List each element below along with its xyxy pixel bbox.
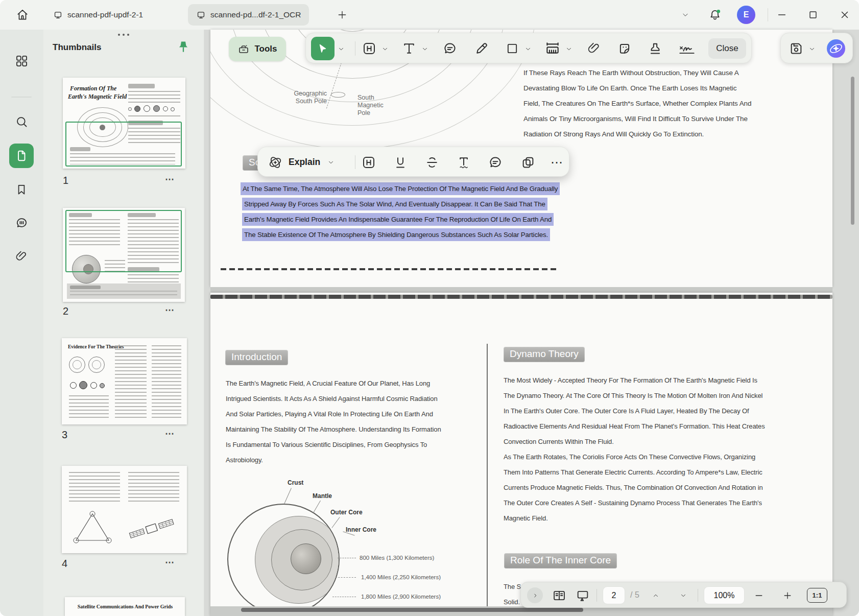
rail-attachments-button[interactable] [9,244,34,269]
save-floppy-icon [789,41,804,56]
save-expander[interactable] [807,44,817,54]
horizontal-scrollbar-thumb[interactable] [241,608,583,612]
presentation-button[interactable] [574,587,591,603]
thumbnail-page-4[interactable] [62,466,187,553]
select-tool-button[interactable] [311,37,335,60]
paperclip-icon [15,250,28,263]
bell-icon [708,8,722,21]
tools-button[interactable]: Tools [229,37,286,61]
pin-panel-button[interactable] [176,40,192,56]
measure-tool-expander[interactable] [564,44,574,54]
bookmark-icon [15,183,28,196]
highlight-action-button[interactable] [360,154,377,171]
measure-tool-button[interactable] [544,40,561,57]
pdf-page-2: Introduction The Earth's Magnetic Field,… [210,293,832,616]
rail-thumbnails-button[interactable] [9,144,34,168]
page-number-2: 2 [63,305,68,317]
collapse-toolbar-button[interactable] [674,5,697,25]
home-icon [16,8,29,21]
close-label: Close [716,43,738,54]
measurement-outer-core: 1,400 Miles (2,250 Kilometers) [361,574,441,580]
ai-assistant-button[interactable] [826,38,846,59]
highlight-tool-expander[interactable] [380,44,390,54]
ai-explain-button[interactable]: Explain [267,153,349,172]
more-icon: ⋯ [551,157,563,168]
strikethrough-action-button[interactable] [423,154,441,171]
new-tab-button[interactable] [331,5,353,25]
paperclip-icon [587,41,601,56]
presentation-icon [576,588,590,603]
tab-scanned-pdf[interactable]: scanned-pdf-updf-2-1 [45,4,151,26]
minimize-button[interactable] [771,5,793,25]
save-button[interactable] [788,40,804,57]
page-gap [210,287,832,293]
thumbnail-page-3[interactable]: Evidence For The Theories [62,338,187,424]
page-layout-button[interactable] [551,587,568,603]
zoom-in-button[interactable] [780,589,795,602]
notifications-button[interactable] [704,5,726,25]
main-toolbar: Close [305,33,752,63]
plus-icon [337,10,347,20]
geographic-south-pole-label: GeographicSouth Pole [271,90,327,105]
copy-action-button[interactable] [519,154,537,171]
rail-comments-button[interactable] [9,210,34,235]
maximize-button[interactable] [802,5,824,25]
close-icon [839,9,850,20]
close-editing-button[interactable]: Close [708,38,746,59]
page-number-input[interactable]: 2 [603,586,625,604]
rail-home-grid-button[interactable] [9,49,34,73]
panel-drag-handle[interactable] [118,34,129,36]
strikethrough-icon [424,155,440,170]
home-button[interactable] [11,5,34,25]
pencil-tool-button[interactable] [473,40,490,57]
avatar[interactable]: E [737,6,755,24]
comment-action-button[interactable] [487,154,504,171]
attach-tool-button[interactable] [586,40,602,57]
text-t-icon [401,41,417,56]
chevron-down-icon [338,45,345,53]
squiggly-action-button[interactable] [455,154,472,171]
underline-action-button[interactable] [392,154,409,171]
text-tool-expander[interactable] [420,44,430,54]
tab-scanned-pdf-ocr[interactable]: scanned-pd...df-2-1_OCR [188,4,309,26]
chevron-right-icon [532,592,539,599]
explain-label: Explain [289,157,320,168]
dynamo-paragraph: The Most Widely - Accepted Theory For Th… [504,373,765,526]
chevron-up-icon [652,592,659,599]
thumbnail-page-1[interactable]: Formation Of The Earth's Magnetic Field [63,78,185,169]
minimize-icon [776,9,788,20]
next-page-button[interactable] [676,589,690,602]
highlight-tool-button[interactable] [361,40,377,57]
thumbnail-4-menu[interactable]: ⋯ [165,557,175,568]
zoom-level-input[interactable]: 100% [704,586,745,604]
stamp-tool-button[interactable] [647,40,663,57]
previous-page-button[interactable] [649,589,663,602]
rail-search-button[interactable] [9,109,34,134]
dynamo-theory-badge: Dynamo Theory [504,347,585,362]
comment-tool-button[interactable] [442,40,458,57]
expand-bar-button[interactable] [527,587,543,603]
shape-tool-expander[interactable] [523,44,533,54]
zoom-out-button[interactable] [752,589,766,602]
thumbnail-page-2[interactable] [63,208,185,302]
shape-tool-button[interactable] [504,40,520,57]
actual-size-button[interactable]: 1:1 [807,588,827,603]
close-window-button[interactable] [833,5,856,25]
rail-theme-button[interactable] [9,611,34,616]
select-tool-expander[interactable] [337,44,346,54]
sticker-tool-button[interactable] [616,40,633,57]
chevron-down-icon [565,45,572,53]
earth-core-diagram: Crust Mantle Outer Core Inner Core 800 M… [227,479,447,616]
page-number-1: 1 [63,175,68,186]
more-actions-button[interactable]: ⋯ [549,154,564,171]
thumbnail-1-menu[interactable]: ⋯ [165,174,175,185]
vertical-scrollbar-thumb[interactable] [851,77,854,225]
page-total: / 5 [630,590,639,600]
thumbnail-3-menu[interactable]: ⋯ [165,428,175,439]
thumbnail-2-menu[interactable]: ⋯ [165,304,175,316]
rail-bookmarks-button[interactable] [9,177,34,202]
thumb1-title-line2: Earth's Magnetic Field [68,93,127,101]
signature-tool-button[interactable] [678,40,696,57]
thumbnail-page-5[interactable]: Satellite Communications And Power Grids [65,597,185,616]
text-tool-button[interactable] [401,40,417,57]
